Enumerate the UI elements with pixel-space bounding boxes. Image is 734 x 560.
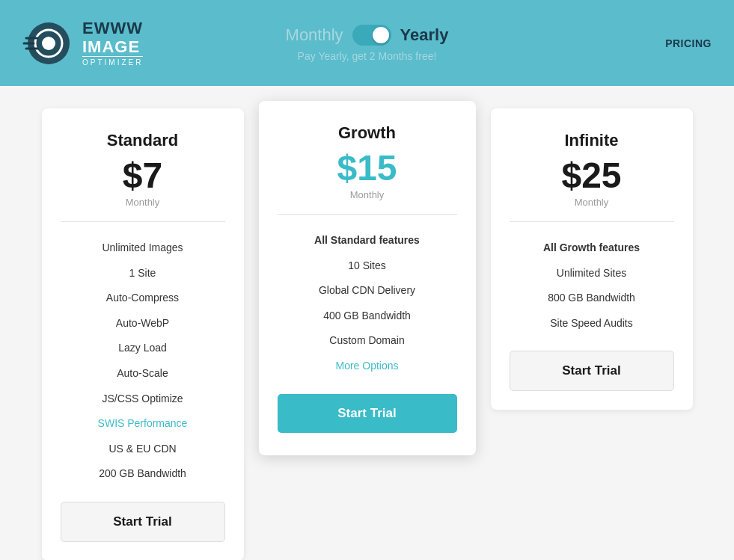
features-list-standard: Unlimited Images1 SiteAuto-CompressAuto-… bbox=[61, 236, 225, 487]
logo: EWWW IMAGE OPTIMIZER bbox=[22, 17, 143, 70]
feature-item-growth-0: All Standard features bbox=[278, 228, 457, 253]
plan-price-infinite: $25 bbox=[561, 158, 621, 194]
svg-point-2 bbox=[42, 37, 55, 50]
monthly-label: Monthly bbox=[286, 25, 343, 45]
logo-optimizer: OPTIMIZER bbox=[82, 56, 143, 67]
toggle-switch[interactable] bbox=[352, 25, 391, 46]
pricing-section: Standard$7MonthlyUnlimited Images1 SiteA… bbox=[0, 86, 734, 560]
feature-item-standard-8: US & EU CDN bbox=[61, 437, 225, 462]
billing-toggle-area: Monthly Yearly Pay Yearly, get 2 Months … bbox=[286, 25, 449, 62]
feature-item-growth-3: 400 GB Bandwidth bbox=[278, 304, 457, 329]
feature-item-growth-4: Custom Domain bbox=[278, 328, 457, 354]
price-line-standard: $7 bbox=[123, 158, 162, 194]
billing-toggle[interactable]: Monthly Yearly bbox=[286, 25, 449, 46]
divider-growth bbox=[278, 214, 457, 215]
feature-item-standard-2: Auto-Compress bbox=[61, 286, 225, 311]
price-period-growth: Monthly bbox=[350, 189, 385, 200]
pricing-card-infinite: Infinite$25MonthlyAll Growth featuresUnl… bbox=[491, 108, 693, 410]
logo-ewww: EWWW bbox=[82, 19, 143, 37]
billing-subtitle: Pay Yearly, get 2 Months free! bbox=[298, 50, 437, 62]
feature-item-infinite-0: All Growth features bbox=[510, 236, 674, 261]
feature-item-growth-1: 10 Sites bbox=[278, 253, 457, 279]
header-nav: PRICING bbox=[665, 37, 712, 49]
price-period-standard: Monthly bbox=[126, 197, 160, 208]
pricing-card-growth: Growth$15MonthlyAll Standard features10 … bbox=[259, 101, 476, 455]
feature-item-standard-6: JS/CSS Optimize bbox=[61, 387, 225, 412]
plan-name-growth: Growth bbox=[338, 123, 396, 143]
feature-item-standard-9: 200 GB Bandwidth bbox=[61, 461, 225, 487]
toggle-knob bbox=[373, 27, 389, 43]
feature-item-infinite-1: Unlimited Sites bbox=[510, 261, 674, 286]
logo-text: EWWW IMAGE OPTIMIZER bbox=[82, 19, 143, 66]
yearly-label: Yearly bbox=[400, 25, 449, 45]
cta-button-growth[interactable]: Start Trial bbox=[278, 394, 457, 433]
cta-button-infinite[interactable]: Start Trial bbox=[510, 351, 674, 391]
feature-item-standard-5: Auto-Scale bbox=[61, 361, 225, 387]
feature-item-standard-0: Unlimited Images bbox=[61, 236, 225, 261]
price-period-infinite: Monthly bbox=[575, 197, 609, 208]
price-line-infinite: $25 bbox=[561, 158, 621, 194]
divider-standard bbox=[61, 221, 225, 222]
feature-item-standard-4: Lazy Load bbox=[61, 336, 225, 361]
feature-item-standard-3: Auto-WebP bbox=[61, 311, 225, 336]
feature-item-infinite-3: Site Speed Audits bbox=[510, 311, 674, 336]
features-list-growth: All Standard features10 SitesGlobal CDN … bbox=[278, 228, 457, 379]
feature-item-growth-2: Global CDN Delivery bbox=[278, 278, 457, 304]
logo-image: IMAGE bbox=[82, 38, 143, 56]
pricing-nav[interactable]: PRICING bbox=[665, 37, 712, 49]
price-line-growth: $15 bbox=[337, 150, 397, 186]
header: EWWW IMAGE OPTIMIZER Monthly Yearly Pay … bbox=[0, 0, 734, 86]
feature-item-growth-5[interactable]: More Options bbox=[278, 354, 457, 379]
plan-name-infinite: Infinite bbox=[564, 131, 618, 150]
features-list-infinite: All Growth featuresUnlimited Sites800 GB… bbox=[510, 236, 674, 336]
divider-infinite bbox=[510, 221, 674, 222]
pricing-card-standard: Standard$7MonthlyUnlimited Images1 SiteA… bbox=[42, 108, 244, 560]
plan-price-growth: $15 bbox=[337, 150, 397, 186]
logo-icon bbox=[22, 17, 75, 70]
cta-button-standard[interactable]: Start Trial bbox=[61, 502, 225, 542]
feature-item-standard-7[interactable]: SWIS Performance bbox=[61, 411, 225, 437]
plan-price-standard: $7 bbox=[123, 158, 162, 194]
feature-item-standard-1: 1 Site bbox=[61, 261, 225, 286]
plan-name-standard: Standard bbox=[107, 131, 178, 150]
feature-item-infinite-2: 800 GB Bandwidth bbox=[510, 286, 674, 311]
